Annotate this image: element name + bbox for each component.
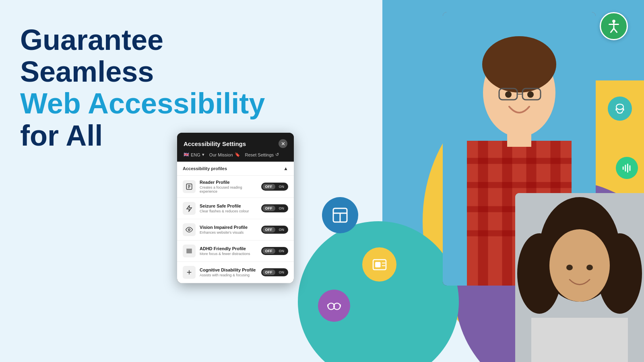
cognitive-profile-info: Cognitive Disability Profile Assists wit… — [200, 267, 257, 277]
profiles-section-title: Accessibility profiles — [183, 166, 227, 171]
toggle-on-label: ON — [276, 269, 287, 275]
profile-item-adhd: ADHD Friendly Profile More focus & fewer… — [177, 241, 294, 262]
svg-point-5 — [616, 104, 623, 110]
svg-rect-6 — [616, 108, 617, 111]
language-arrow: ▾ — [202, 152, 204, 157]
eye-icon — [186, 226, 193, 233]
svg-rect-42 — [375, 262, 380, 267]
svg-rect-35 — [531, 318, 628, 362]
svg-line-4 — [614, 29, 617, 33]
vision-profile-info: Vision Impaired Profile Enhances website… — [200, 225, 257, 234]
toggle-off-label: OFF — [262, 227, 275, 232]
woman-svg — [515, 193, 644, 362]
photo-area — [298, 0, 644, 362]
toggle-on-label: ON — [276, 206, 287, 211]
profiles-header: Accessibility profiles ▲ — [177, 162, 294, 176]
svg-point-28 — [505, 91, 512, 98]
seizure-profile-name: Seizure Safe Profile — [200, 204, 257, 208]
purple-circle-icon[interactable] — [318, 290, 350, 322]
blue-circle-icon[interactable] — [322, 197, 358, 233]
svg-point-14 — [482, 36, 556, 93]
cognitive-profile-name: Cognitive Disability Profile — [200, 267, 257, 272]
vision-toggle[interactable]: OFF ON — [261, 226, 289, 234]
our-mission-link[interactable]: Our Mission 🔖 — [209, 152, 240, 157]
vision-profile-desc: Enhances website's visuals — [200, 230, 257, 234]
profiles-chevron-icon[interactable]: ▲ — [283, 166, 288, 171]
language-selector[interactable]: 🇬🇧 ENG ▾ — [184, 152, 204, 157]
modal-close-button[interactable]: ✕ — [279, 139, 287, 148]
lines-icon — [186, 247, 193, 255]
reset-settings-button[interactable]: Reset Settings ↺ — [245, 152, 279, 157]
modal-body: Accessibility profiles ▲ Reader Profile … — [177, 162, 294, 283]
svg-point-34 — [549, 229, 610, 302]
svg-point-36 — [566, 265, 573, 270]
svg-rect-10 — [627, 163, 628, 172]
svg-rect-8 — [622, 166, 623, 169]
cognitive-toggle[interactable]: OFF ON — [261, 268, 289, 276]
modal-title: Accessibility Settings — [184, 140, 246, 147]
plus-icon — [186, 269, 193, 276]
adhd-toggle[interactable]: OFF ON — [261, 247, 289, 255]
svg-point-29 — [527, 91, 534, 98]
reader-profile-name: Reader Profile — [200, 180, 257, 185]
teal-float-icon[interactable] — [608, 97, 632, 121]
toggle-off-label: OFF — [262, 206, 275, 211]
accessibility-modal: Accessibility Settings ✕ 🇬🇧 ENG ▾ Our Mi… — [177, 133, 294, 283]
adhd-profile-name: ADHD Friendly Profile — [200, 246, 257, 251]
reader-toggle[interactable]: OFF ON — [261, 183, 289, 191]
svg-point-54 — [188, 229, 190, 231]
adhd-icon — [183, 245, 196, 257]
card-icon — [371, 256, 388, 273]
profile-item-cognitive: Cognitive Disability Profile Assists wit… — [177, 262, 294, 283]
toggle-on-label: ON — [276, 248, 287, 254]
adhd-profile-desc: More focus & fewer distractions — [200, 252, 257, 256]
glasses-icon — [326, 298, 342, 314]
cognitive-icon — [183, 266, 196, 279]
lightning-icon — [186, 205, 193, 212]
vision-icon — [183, 223, 196, 236]
book-icon — [186, 183, 193, 190]
reset-icon: ↺ — [275, 152, 279, 157]
cognitive-profile-desc: Assists with reading & focusing — [200, 273, 257, 277]
mission-label: Our Mission — [209, 152, 233, 157]
language-label: ENG — [191, 152, 200, 157]
sound-wave-icon — [621, 162, 633, 174]
accessibility-icon — [606, 19, 621, 34]
headset-icon — [614, 103, 626, 115]
toggle-on-label: ON — [276, 227, 287, 232]
adhd-profile-info: ADHD Friendly Profile More focus & fewer… — [200, 246, 257, 256]
profile-item-seizure: Seizure Safe Profile Clear flashes & red… — [177, 198, 294, 219]
profile-item-reader: Reader Profile Creates a focused reading… — [177, 176, 294, 198]
layout-icon — [330, 205, 350, 225]
toggle-on-label: ON — [276, 184, 287, 189]
reader-icon — [183, 180, 196, 193]
toggle-off-label: OFF — [262, 269, 275, 275]
mission-icon: 🔖 — [235, 152, 240, 157]
hero-line3: Web Accessibility — [20, 88, 265, 119]
svg-point-37 — [586, 265, 593, 270]
svg-line-3 — [611, 29, 614, 33]
yellow-circle-icon[interactable] — [362, 247, 396, 282]
toggle-off-label: OFF — [262, 184, 275, 189]
seizure-profile-info: Seizure Safe Profile Clear flashes & red… — [200, 204, 257, 213]
hero-line1: Guarantee — [20, 24, 265, 56]
profile-item-vision: Vision Impaired Profile Enhances website… — [177, 219, 294, 241]
svg-rect-7 — [623, 108, 624, 111]
woman-photo — [515, 193, 644, 362]
reset-label: Reset Settings — [245, 152, 274, 157]
modal-nav: 🇬🇧 ENG ▾ Our Mission 🔖 Reset Settings ↺ — [177, 148, 294, 162]
modal-header: Accessibility Settings ✕ — [177, 133, 294, 148]
svg-rect-11 — [629, 165, 630, 171]
accessibility-widget-button[interactable] — [600, 12, 628, 40]
seizure-profile-desc: Clear flashes & reduces colour — [200, 209, 257, 213]
reader-profile-info: Reader Profile Creates a focused reading… — [200, 180, 257, 193]
vision-profile-name: Vision Impaired Profile — [200, 225, 257, 230]
flag-icon: 🇬🇧 — [184, 152, 189, 157]
toggle-off-label: OFF — [262, 248, 275, 254]
green-float-icon[interactable] — [616, 157, 638, 179]
reader-profile-desc: Creates a focused reading experience — [200, 185, 257, 193]
seizure-icon — [183, 202, 196, 215]
svg-rect-27 — [507, 131, 531, 147]
seizure-toggle[interactable]: OFF ON — [261, 204, 289, 212]
svg-rect-9 — [625, 165, 626, 171]
